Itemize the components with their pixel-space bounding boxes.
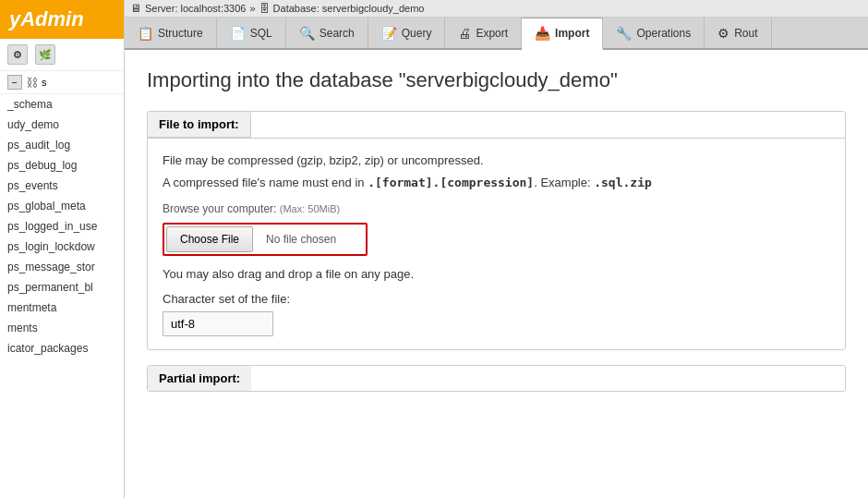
sidebar-item-0[interactable]: _schema xyxy=(0,94,124,115)
import-icon: 📥 xyxy=(535,26,550,41)
charset-label: Character set of the file: xyxy=(163,292,830,306)
tab-structure-label: Structure xyxy=(158,27,203,40)
tab-operations[interactable]: 🔧 Operations xyxy=(603,18,705,48)
export-icon: 🖨 xyxy=(458,26,471,41)
sidebar-label: s xyxy=(42,77,47,88)
database-icon: 🗄 xyxy=(259,3,270,14)
logo-text: yAdmin xyxy=(9,7,84,30)
tab-sql-label: SQL xyxy=(250,27,272,40)
tab-export[interactable]: 🖨 Export xyxy=(445,18,522,48)
sidebar-item-12[interactable]: icator_packages xyxy=(0,338,124,358)
file-import-section: File to import: File may be compressed (… xyxy=(147,111,846,350)
app-logo: yAdmin xyxy=(0,0,124,39)
tab-sql[interactable]: 📄 SQL xyxy=(217,18,286,48)
info-line1: File may be compressed (gzip, bzip2, zip… xyxy=(163,152,830,170)
no-file-text: No file chosen xyxy=(253,227,364,251)
tab-search-label: Search xyxy=(319,27,355,40)
structure-icon: 📋 xyxy=(138,26,153,41)
drag-drop-text: You may also drag and drop a file on any… xyxy=(163,267,830,281)
tab-operations-label: Operations xyxy=(636,27,691,40)
tab-query[interactable]: 📝 Query xyxy=(368,18,446,48)
partial-import-section: Partial import: xyxy=(147,365,846,392)
topbar: 🖥 Server: localhost:3306 » 🗄 Database: s… xyxy=(125,0,868,18)
settings-icon[interactable]: ⚙ xyxy=(7,44,28,65)
choose-file-button[interactable]: Choose File xyxy=(166,226,253,252)
main-content: Importing into the database "serverbigcl… xyxy=(125,50,868,498)
max-size-text: (Max: 50MiB) xyxy=(280,203,340,214)
search-icon: 🔍 xyxy=(299,26,315,41)
chain-icon: ⛓ xyxy=(26,76,38,90)
info-format: .[format].[compression] xyxy=(368,176,534,189)
tab-query-label: Query xyxy=(402,27,432,40)
page-title: Importing into the database "serverbigcl… xyxy=(147,68,846,92)
file-section-header-wrap: File to import: xyxy=(148,112,845,139)
leaf-icon[interactable]: 🌿 xyxy=(35,44,55,65)
tab-export-label: Export xyxy=(476,27,508,40)
sidebar-collapse-bar: − ⛓ s xyxy=(0,71,124,94)
collapse-button[interactable]: − xyxy=(7,75,22,90)
partial-section-header: Partial import: xyxy=(148,366,251,391)
database-label: Database: serverbigcloudy_demo xyxy=(273,3,425,14)
rout-icon: ⚙ xyxy=(717,26,729,41)
sidebar-item-7[interactable]: ps_login_lockdow xyxy=(0,237,124,257)
sidebar-item-6[interactable]: ps_logged_in_use xyxy=(0,216,124,237)
info-line2-before: A compressed file's name must end in xyxy=(163,176,368,189)
tab-structure[interactable]: 📋 Structure xyxy=(125,18,217,48)
operations-icon: 🔧 xyxy=(616,26,632,41)
tab-rout-label: Rout xyxy=(734,27,757,40)
tab-search[interactable]: 🔍 Search xyxy=(286,18,368,48)
sidebar-item-9[interactable]: ps_permanent_bl xyxy=(0,277,124,298)
sidebar-item-1[interactable]: udy_demo xyxy=(0,115,124,135)
info-example: .sql.zip xyxy=(594,176,652,189)
server-icon: 🖥 xyxy=(130,2,141,15)
file-section-body: File may be compressed (gzip, bzip2, zip… xyxy=(148,139,845,349)
sidebar-item-5[interactable]: ps_global_meta xyxy=(0,196,124,216)
info-line2: A compressed file's name must end in .[f… xyxy=(163,174,830,192)
browse-label: Browse your computer: (Max: 50MiB) xyxy=(163,202,830,215)
file-input-wrapper: Choose File No file chosen xyxy=(163,223,368,256)
browse-label-text: Browse your computer: xyxy=(163,202,276,215)
query-icon: 📝 xyxy=(381,26,397,41)
sidebar-toolbar: ⚙ 🌿 xyxy=(0,39,124,71)
sidebar-item-2[interactable]: ps_audit_log xyxy=(0,135,124,155)
server-label: Server: localhost:3306 xyxy=(145,3,246,14)
sidebar-items-list: _schema udy_demo ps_audit_log ps_debug_l… xyxy=(0,94,124,498)
sidebar: yAdmin ⚙ 🌿 − ⛓ s _schema udy_demo ps_aud… xyxy=(0,0,125,498)
topbar-separator: » xyxy=(249,3,255,14)
main-area: 🖥 Server: localhost:3306 » 🗄 Database: s… xyxy=(125,0,868,498)
sidebar-item-10[interactable]: mentmeta xyxy=(0,298,124,318)
sidebar-item-3[interactable]: ps_debug_log xyxy=(0,155,124,176)
sidebar-item-11[interactable]: ments xyxy=(0,318,124,338)
file-section-header: File to import: xyxy=(148,112,251,138)
charset-input[interactable] xyxy=(163,311,273,336)
partial-section-header-wrap: Partial import: xyxy=(148,366,845,391)
sidebar-item-4[interactable]: ps_events xyxy=(0,176,124,196)
tab-rout[interactable]: ⚙ Rout xyxy=(705,18,771,48)
sidebar-item-8[interactable]: ps_message_stor xyxy=(0,257,124,277)
info-line2-after: . Example: xyxy=(534,176,594,189)
nav-tabs: 📋 Structure 📄 SQL 🔍 Search 📝 Query 🖨 Exp… xyxy=(125,18,868,50)
tab-import-label: Import xyxy=(555,27,589,40)
tab-import[interactable]: 📥 Import xyxy=(522,18,603,50)
sql-icon: 📄 xyxy=(230,26,246,41)
